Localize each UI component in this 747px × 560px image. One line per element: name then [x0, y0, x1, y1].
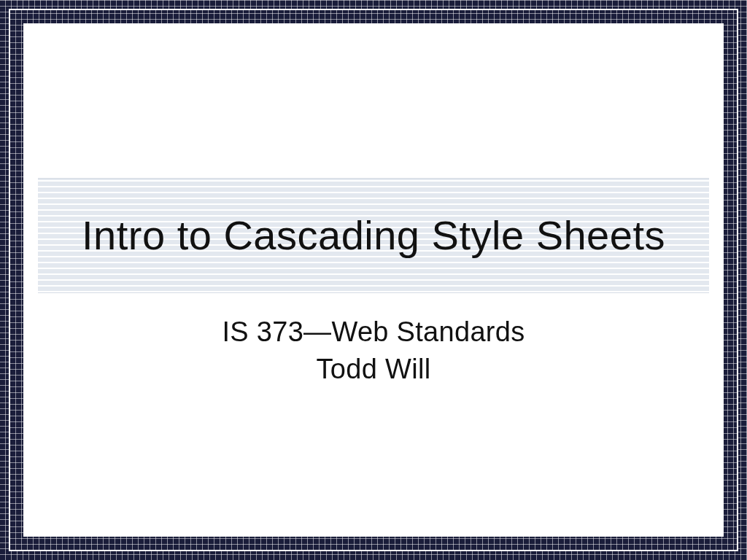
subtitle-author: Todd Will: [38, 351, 709, 388]
slide-inner-border: Intro to Cascading Style Sheets IS 373—W…: [9, 9, 738, 551]
slide-outer-border: Intro to Cascading Style Sheets IS 373—W…: [0, 0, 747, 560]
slide-content-area: Intro to Cascading Style Sheets IS 373—W…: [23, 23, 724, 537]
subtitle-area: IS 373—Web Standards Todd Will: [38, 314, 709, 389]
title-banner: Intro to Cascading Style Sheets: [38, 178, 709, 293]
slide-title: Intro to Cascading Style Sheets: [82, 209, 665, 262]
subtitle-course: IS 373—Web Standards: [38, 314, 709, 351]
